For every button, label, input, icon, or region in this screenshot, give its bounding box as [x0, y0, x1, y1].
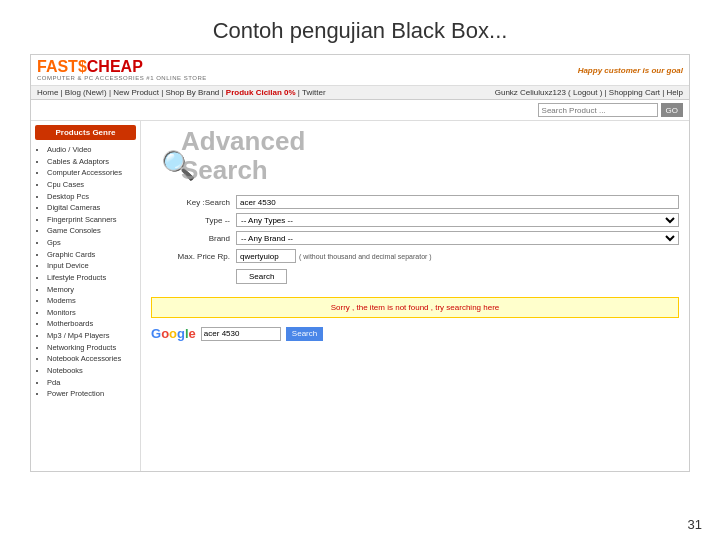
sidebar-item[interactable]: Cpu Cases — [47, 179, 136, 191]
main-content: Products Genre Audio / Video Cables & Ad… — [31, 121, 689, 471]
price-note: ( without thousand and decimal separator… — [299, 253, 432, 260]
price-label: Max. Price Rp. — [151, 252, 236, 261]
key-input[interactable] — [236, 195, 679, 209]
logo-fast: FAST — [37, 58, 78, 75]
google-e: e — [189, 326, 196, 341]
browser-window: FAST$CHEAP COMPUTER & PC ACCESSORIES #1 … — [30, 54, 690, 472]
sidebar-item[interactable]: Power Protection — [47, 388, 136, 400]
sidebar-header: Products Genre — [35, 125, 136, 140]
slide-title: Contoh pengujian Black Box... — [0, 0, 720, 54]
logo-area: FAST$CHEAP COMPUTER & PC ACCESSORIES #1 … — [37, 59, 207, 81]
brand-row: Brand -- Any Brand -- — [151, 231, 679, 245]
sidebar-item[interactable]: Notebooks — [47, 365, 136, 377]
key-row: Key :Search — [151, 195, 679, 209]
logo-cheap: CHEAP — [87, 58, 143, 75]
google-logo: Google — [151, 326, 196, 341]
google-o2: o — [169, 326, 177, 341]
sidebar-item[interactable]: Fingerprint Scanners — [47, 214, 136, 226]
sidebar-list: Audio / Video Cables & Adaptors Computer… — [35, 144, 136, 400]
slide-number: 31 — [688, 517, 702, 532]
sidebar-item[interactable]: Cables & Adaptors — [47, 156, 136, 168]
search-form: Key :Search Type -- -- Any Types -- Bran… — [151, 190, 679, 289]
sidebar-item[interactable]: Networking Products — [47, 342, 136, 354]
google-search-button[interactable]: Search — [286, 327, 323, 341]
search-btn-row: Search — [236, 267, 679, 284]
logo-dollar: $ — [78, 58, 87, 75]
sidebar-item[interactable]: Desktop Pcs — [47, 191, 136, 203]
type-label: Type -- — [151, 216, 236, 225]
logo-text: FAST$CHEAP — [37, 59, 207, 75]
right-content: 🔍 Advanced Search Key :Search Type -- --… — [141, 121, 689, 471]
sidebar-item[interactable]: Digital Cameras — [47, 202, 136, 214]
key-label: Key :Search — [151, 198, 236, 207]
price-row: Max. Price Rp. ( without thousand and de… — [151, 249, 679, 263]
sidebar-item[interactable]: Motherboards — [47, 318, 136, 330]
sidebar-item[interactable]: Notebook Accessories — [47, 353, 136, 365]
sidebar-item-graphic-cards[interactable]: Graphic Cards — [47, 249, 136, 261]
sidebar-item[interactable]: Input Device — [47, 260, 136, 272]
error-message: Sorry , the item is not found , try sear… — [151, 297, 679, 318]
google-search-input[interactable] — [201, 327, 281, 341]
sidebar-item[interactable]: Monitors — [47, 307, 136, 319]
google-search-row: Google Search — [151, 326, 679, 341]
price-input[interactable] — [236, 249, 296, 263]
sidebar: Products Genre Audio / Video Cables & Ad… — [31, 121, 141, 471]
top-search-input[interactable] — [538, 103, 658, 117]
google-o1: o — [161, 326, 169, 341]
advanced-search-heading: 🔍 Advanced Search — [151, 127, 679, 182]
nav-right: Gunkz Celiuluxz123 ( Logout ) | Shopping… — [495, 88, 683, 97]
adv-search-line1: Advanced — [181, 126, 305, 156]
type-row: Type -- -- Any Types -- — [151, 213, 679, 227]
advanced-search-text: Advanced Search — [181, 127, 305, 184]
site-header: FAST$CHEAP COMPUTER & PC ACCESSORIES #1 … — [31, 55, 689, 86]
sidebar-item[interactable]: Game Consoles — [47, 225, 136, 237]
google-g: G — [151, 326, 161, 341]
sidebar-item[interactable]: Mp3 / Mp4 Players — [47, 330, 136, 342]
nav-highlight[interactable]: Produk Cicilan 0% — [226, 88, 296, 97]
sidebar-item[interactable]: Lifestyle Products — [47, 272, 136, 284]
search-button[interactable]: Search — [236, 269, 287, 284]
brand-select[interactable]: -- Any Brand -- — [236, 231, 679, 245]
sidebar-item[interactable]: Gps — [47, 237, 136, 249]
site-tagline: Happy customer is our goal — [578, 66, 683, 75]
type-select[interactable]: -- Any Types -- — [236, 213, 679, 227]
sidebar-item[interactable]: Pda — [47, 377, 136, 389]
brand-label: Brand — [151, 234, 236, 243]
nav-bar: Home | Blog (New!) | New Product | Shop … — [31, 86, 689, 100]
google-g2: g — [177, 326, 185, 341]
sidebar-item[interactable]: Audio / Video — [47, 144, 136, 156]
top-search-go-button[interactable]: GO — [661, 103, 683, 117]
sidebar-item[interactable]: Memory — [47, 284, 136, 296]
adv-search-line2: Search — [181, 155, 268, 185]
logo-sub: COMPUTER & PC ACCESSORIES #1 ONLINE STOR… — [37, 75, 207, 81]
sidebar-item[interactable]: Modems — [47, 295, 136, 307]
top-search-bar: GO — [31, 100, 689, 121]
sidebar-item[interactable]: Computer Accessories — [47, 167, 136, 179]
nav-left: Home | Blog (New!) | New Product | Shop … — [37, 88, 326, 97]
